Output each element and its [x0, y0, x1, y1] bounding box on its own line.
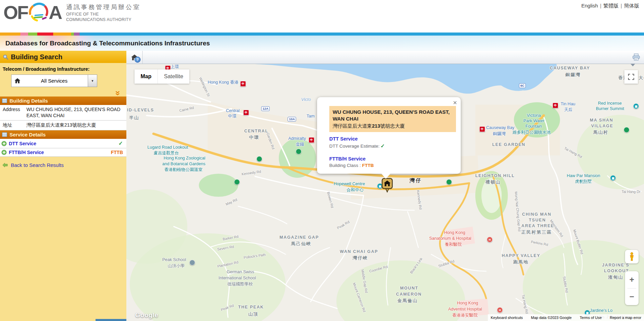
map-label: 灣仔 — [410, 178, 422, 183]
report-map-error-link[interactable]: Report a map error — [610, 316, 641, 320]
fullscreen-button[interactable] — [624, 70, 638, 84]
building-search-header: Building Search — [0, 51, 126, 63]
ofca-logo[interactable]: OF A 通訊事務管理局辦公室 OFFICE OF THE COMMUNICAT… — [3, 2, 141, 23]
school-pin-icon[interactable] — [189, 260, 195, 265]
mtr-pin-icon[interactable]: 中 — [240, 81, 246, 87]
logo-letter-a: A — [49, 3, 61, 22]
park-pin-icon[interactable] — [296, 149, 302, 154]
map-label: MA SHAN — [590, 118, 613, 123]
map-label: 上環 — [170, 65, 179, 69]
sidebar-title: Building Search — [11, 53, 62, 61]
service-row-dtt[interactable]: DTT Service ✓ — [0, 139, 126, 148]
map-canvas[interactable]: 上環Hong Kong 香港VictoCentral中環TamID-LEVELS… — [126, 64, 644, 321]
mtr-pin-icon[interactable]: 中 — [243, 110, 249, 115]
dropdown-selected-value: All Services — [21, 78, 88, 84]
map-label: Lugard Road Lookout — [147, 145, 188, 150]
map-label: 盧吉道觀景台 — [153, 151, 179, 155]
check-icon: ✓ — [380, 143, 385, 149]
map-label: Hong Kong 香港 — [208, 80, 238, 85]
dropdown-arrow-button[interactable]: ▼ — [88, 75, 97, 87]
map-label: THE PEAK — [238, 305, 264, 309]
table-icon — [2, 99, 7, 103]
attraction-pin-icon[interactable]: ▣ — [633, 103, 639, 109]
map-label: 正民村第三區 — [521, 230, 552, 234]
map-label: 香港港安醫院 — [452, 313, 478, 318]
language-link[interactable]: English — [581, 3, 598, 8]
printer-icon — [632, 53, 640, 61]
page-header: OF A 通訊事務管理局辦公室 OFFICE OF THE COMMUNICAT… — [0, 0, 644, 33]
building-search-sidebar: Building Search Telecom / Broadcasting I… — [0, 51, 126, 321]
mtr-pin-icon[interactable]: 中 — [479, 126, 485, 132]
zoom-in-button[interactable]: + — [625, 271, 639, 288]
hospital-pin-icon[interactable]: H — [497, 307, 503, 313]
service-type-dropdown[interactable]: All Services ▼ — [11, 74, 97, 87]
ofca-name-english-2: COMMUNICATIONS AUTHORITY — [66, 17, 141, 22]
dtt-coverage-line: DTT Coverage Estimate:✓ — [329, 143, 454, 149]
map-label: Tam — [307, 114, 315, 119]
park-pin-icon[interactable] — [446, 179, 452, 185]
terms-of-use-link[interactable]: Terms of Use — [580, 316, 602, 320]
building-location-marker[interactable] — [381, 178, 393, 194]
map-label: 灣仔峽 — [353, 256, 368, 260]
help-badge[interactable]: ? — [134, 57, 141, 63]
service-row-fttb[interactable]: FTTB/H Service FTTB — [0, 148, 126, 157]
address-cn-value: 灣仔區皇后大道東213號胡忠大廈 — [26, 122, 124, 128]
ofca-name-english-1: OFFICE OF THE — [66, 12, 141, 17]
expand-plus-icon[interactable] — [1, 141, 7, 146]
map-label: 跑馬地 — [513, 260, 528, 264]
park-pin-icon[interactable] — [234, 179, 240, 185]
route-badge: 10A — [288, 117, 296, 122]
ofca-name-chinese: 通訊事務管理局辦公室 — [66, 3, 141, 11]
mtr-pin-icon[interactable]: 中 — [309, 137, 314, 143]
back-to-results-row[interactable]: Back to Search Results — [0, 162, 126, 168]
toolbar-collapse-caret[interactable] — [630, 64, 635, 66]
fullscreen-icon — [628, 74, 634, 80]
map-data-copyright: Map data ©2023 Google — [531, 316, 572, 320]
map-label: Hong Kong — [457, 301, 478, 305]
fttb-service-link[interactable]: FTTB/H Service — [9, 150, 44, 155]
map-label: Causeway Bay — [486, 126, 514, 130]
map-label: 馬山村 — [593, 130, 608, 134]
language-link[interactable]: 簡体版 — [624, 3, 639, 8]
address-value: WU CHUNG HOUSE, 213, QUEEN'S ROAD EAST, … — [26, 107, 124, 119]
map-label: 山頂小學 — [168, 264, 185, 268]
house-marker-icon — [381, 178, 393, 193]
keyboard-shortcuts-link[interactable]: Keyboard shortcuts — [491, 316, 523, 320]
ofca-emblem-icon — [28, 2, 48, 23]
language-link[interactable]: 繁體版 — [603, 3, 619, 8]
map-type-map-button[interactable]: Map — [134, 69, 158, 84]
back-to-results-link[interactable]: Back to Search Results — [11, 162, 64, 168]
pegman-control[interactable] — [625, 250, 639, 263]
map-label: 中環 — [228, 114, 236, 119]
zoom-out-button[interactable]: − — [625, 288, 639, 305]
sidebar-footer-accent — [96, 319, 126, 321]
map-label: Park Water — [523, 119, 544, 123]
map-label: Haw Par Mansion — [567, 174, 600, 178]
expand-plus-icon[interactable] — [1, 150, 7, 155]
map-toolbar: ? — [126, 51, 644, 64]
map-label: Fountain — [525, 124, 542, 129]
dtt-service-link[interactable]: DTT Service — [9, 141, 36, 146]
map-label: 德瑞國際學校 — [227, 282, 253, 286]
map-label: Sanatorium & Hospital — [429, 236, 471, 241]
map-label: 銅鑼灣 — [493, 132, 506, 136]
hospital-pin-icon[interactable]: H — [487, 237, 493, 242]
map-label: 金馬倫山 — [397, 298, 418, 303]
mtr-pin-icon[interactable]: 中 — [553, 103, 558, 108]
close-icon[interactable]: × — [453, 99, 457, 106]
attraction-pin-icon[interactable]: ▣ — [610, 175, 616, 181]
map-label: 中環 — [249, 135, 259, 140]
collapse-chevrons-icon[interactable] — [115, 91, 120, 96]
google-logo[interactable]: Google — [135, 312, 158, 319]
service-details-header: Service Details — [0, 130, 126, 139]
map-label: AREA THREE — [521, 224, 554, 228]
map-type-satellite-button[interactable]: Satellite — [158, 69, 189, 84]
park-pin-icon[interactable] — [256, 156, 262, 162]
map-label: and Botanical Gardens — [162, 162, 205, 166]
park-pin-icon[interactable] — [624, 127, 629, 133]
address-cn-number: 213 — [372, 123, 380, 129]
map-label: Tin Hau — [561, 102, 575, 106]
print-button[interactable] — [631, 52, 641, 62]
map-label: Red Incense — [598, 101, 622, 106]
dtt-service-section: DTT Service DTT Coverage Estimate:✓ — [329, 136, 454, 149]
